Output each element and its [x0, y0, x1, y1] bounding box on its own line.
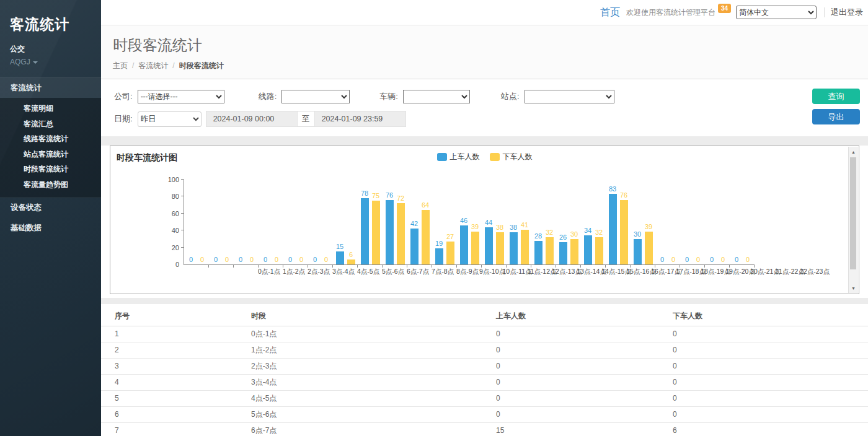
sidebar-item-站点客流统计[interactable]: 站点客流统计 [0, 147, 101, 162]
table-cell: 0 [659, 342, 868, 358]
table-cell: 0 [482, 390, 659, 406]
language-select[interactable]: 简体中文 [736, 6, 817, 19]
bar [336, 251, 344, 264]
chart-title: 时段车流统计图 [117, 152, 177, 162]
x-axis-label: 15点-16点 [629, 268, 653, 276]
table-row: 21点-2点00 [101, 342, 868, 358]
bar-column: 0 [708, 256, 716, 264]
export-button[interactable]: 导出 [812, 109, 860, 124]
station-select[interactable] [525, 90, 614, 103]
y-axis-tick [181, 179, 184, 180]
bar-group: 00 [705, 180, 730, 264]
sidebar-section-设备状态[interactable]: 设备状态 [0, 198, 101, 218]
table-cell: 6 [101, 406, 237, 422]
bar [460, 225, 468, 264]
notification-badge[interactable]: 34 [718, 4, 731, 13]
bar-group: 00 [283, 180, 308, 264]
bar-group: 00 [308, 180, 333, 264]
company-select[interactable]: ---请选择--- [138, 90, 224, 103]
line-select[interactable] [281, 90, 350, 103]
bar-column: 0 [212, 256, 220, 264]
table-cell: 0 [659, 374, 868, 390]
bar-column: 72 [397, 194, 405, 264]
bar-value-label: 42 [410, 220, 418, 227]
filter-row-selects: 公司: ---请选择--- 线路: 车辆: 站点: [114, 90, 860, 103]
bar-value-label: 72 [397, 194, 404, 202]
legend-label: 下车人数 [503, 152, 533, 162]
sidebar-item-客流明细[interactable]: 客流明细 [0, 101, 101, 116]
home-link[interactable]: 首页 [600, 6, 620, 19]
bar-group: 2832 [531, 180, 556, 264]
table-row: 32点-3点00 [101, 358, 868, 374]
x-axis-label: 2点-3点 [306, 268, 331, 276]
y-axis-tick-label: 100 [168, 176, 179, 183]
bar-column: 30 [634, 230, 642, 264]
sidebar-item-线路客流统计[interactable]: 线路客流统计 [0, 131, 101, 147]
x-axis-label: 1点-2点 [281, 268, 306, 276]
table-cell: 6 [659, 422, 868, 436]
bar-value-label: 76 [620, 191, 627, 199]
top-navbar: 首页 欢迎使用客流统计管理平台 34 简体中文 退出登录 [101, 0, 868, 25]
sidebar-menu: 客流统计客流明细客流汇总线路客流统计站点客流统计时段客流统计客流量趋势图设备状态… [0, 77, 101, 238]
vehicle-select[interactable] [403, 90, 470, 103]
org-code-dropdown[interactable]: AQGJ [10, 58, 91, 66]
bar-value-label: 0 [299, 256, 303, 263]
bar-column: 78 [361, 190, 369, 264]
scrollbar-down-icon[interactable]: ▼ [849, 283, 858, 293]
sidebar-item-时段客流统计[interactable]: 时段客流统计 [0, 162, 101, 177]
date-preset-select[interactable]: 昨日 [138, 111, 202, 127]
bar-value-label: 26 [559, 233, 567, 241]
bar-group: 156 [333, 180, 358, 264]
x-axis-label: 18点-19点 [703, 268, 728, 276]
sidebar-brand: 客流统计 公交 AQGJ [0, 0, 101, 66]
bar-value-label: 34 [584, 227, 591, 234]
date-end-input[interactable]: 2024-01-09 23:59 [314, 111, 406, 127]
bar-group: 8376 [606, 180, 631, 264]
table-cell: 1点-2点 [237, 342, 482, 358]
x-axis-label: 0点-1点 [257, 268, 281, 276]
navbar-divider [824, 7, 825, 17]
chart-container: 时段车流统计图 上车人数下车人数 02040608010000000000000… [110, 146, 859, 294]
legend-item[interactable]: 下车人数 [490, 152, 533, 162]
query-button[interactable]: 查询 [812, 89, 860, 104]
bar-value-label: 0 [288, 256, 292, 263]
bar-value-label: 39 [645, 223, 652, 230]
bar [521, 230, 529, 264]
x-axis-label: 5点-6点 [381, 268, 405, 276]
bar-column: 0 [262, 256, 270, 264]
bar [609, 194, 617, 264]
bar-column: 0 [223, 256, 231, 264]
bar-column: 0 [670, 256, 678, 264]
legend-item[interactable]: 上车人数 [437, 152, 480, 162]
breadcrumb-item[interactable]: 主页 [113, 61, 128, 70]
breadcrumb-item[interactable]: 客流统计 [138, 61, 168, 70]
sidebar-item-客流量趋势图[interactable]: 客流量趋势图 [0, 177, 101, 193]
bar [620, 200, 628, 264]
bar-value-label: 32 [595, 229, 603, 236]
bar-column: 0 [273, 256, 281, 264]
scrollbar-thumb[interactable] [850, 157, 856, 269]
bar-column: 38 [496, 224, 504, 264]
bar-column: 46 [460, 217, 468, 264]
sidebar-section-基础数据[interactable]: 基础数据 [0, 218, 101, 238]
chart-scrollbar[interactable]: ▲ ▼ [848, 147, 858, 293]
sidebar-item-客流汇总[interactable]: 客流汇总 [0, 116, 101, 132]
bar-value-label: 0 [189, 256, 193, 263]
bar [634, 239, 642, 264]
table-cell: 0 [659, 406, 868, 422]
y-axis-tick-label: 20 [172, 244, 179, 251]
bar-value-label: 44 [485, 219, 492, 226]
table-cell: 1 [101, 326, 237, 342]
bar-column: 0 [694, 256, 702, 264]
bar-value-label: 39 [471, 223, 479, 230]
date-start-input[interactable]: 2024-01-09 00:00 [206, 111, 298, 127]
bar-value-label: 19 [435, 240, 443, 247]
filter-panel: 公司: ---请选择--- 线路: 车辆: 站点: 日期: 昨日 [101, 79, 868, 136]
table-row: 54点-5点00 [101, 390, 868, 406]
bar-value-label: 0 [239, 256, 242, 263]
logout-link[interactable]: 退出登录 [831, 7, 863, 18]
scrollbar-up-icon[interactable]: ▲ [849, 147, 858, 157]
bar-column: 0 [286, 256, 294, 264]
sidebar-section-客流统计[interactable]: 客流统计 [0, 77, 101, 98]
bar-value-label: 0 [721, 256, 725, 263]
